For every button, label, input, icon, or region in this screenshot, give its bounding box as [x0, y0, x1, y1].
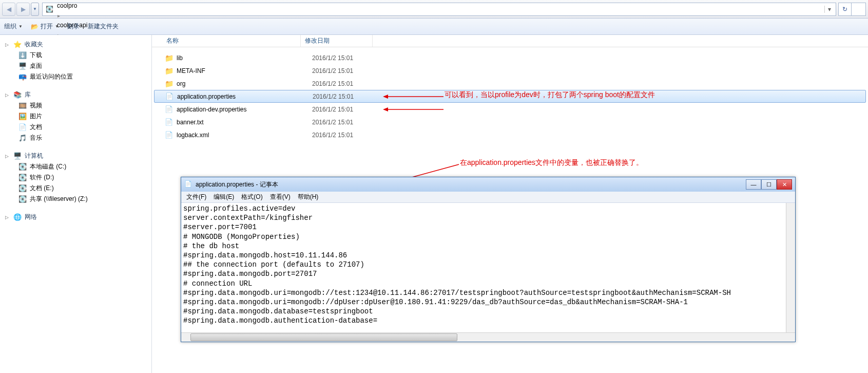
file-name: banner.txt	[177, 119, 312, 126]
sidebar-favorite-item[interactable]: 📪最近访问的位置	[0, 71, 151, 82]
network-header[interactable]: ▷🌐网络	[0, 212, 151, 222]
file-icon	[164, 130, 173, 140]
burn-button[interactable]: 刻录	[67, 22, 80, 31]
sidebar-item-icon: 📪	[18, 73, 27, 81]
sidebar-item-label: 本地磁盘 (C:)	[30, 162, 66, 171]
sidebar-item-icon: 💽	[18, 195, 27, 203]
file-icon	[165, 92, 174, 101]
file-icon	[164, 118, 173, 127]
sidebar-item-icon: 🖥️	[18, 62, 27, 70]
column-date[interactable]: 修改日期	[301, 35, 373, 47]
open-menu[interactable]: 📂 打开 ▼	[31, 22, 59, 31]
sidebar-item-icon: 🖼️	[18, 113, 27, 121]
annotation-text: 可以看到，当以profile为dev时，打包了两个spring boot的配置文…	[445, 90, 655, 100]
computer-header[interactable]: ▷🖥️计算机	[0, 151, 151, 161]
file-name: application.properties	[177, 93, 313, 100]
notepad-menubar: 文件(F) 编辑(E) 格式(O) 查看(V) 帮助(H)	[181, 192, 795, 203]
computer-icon: 🖥️	[13, 152, 22, 160]
folder-icon	[164, 79, 173, 88]
maximize-button[interactable]: ☐	[761, 179, 777, 190]
sidebar-item-label: 文档 (E:)	[30, 184, 54, 193]
file-row[interactable]: application-dev.properties2016/1/2 15:01	[152, 103, 868, 116]
sidebar-item-icon: 📄	[18, 123, 27, 132]
favorites-header[interactable]: ▷⭐收藏夹	[0, 39, 151, 50]
file-row[interactable]: lib2016/1/2 15:01	[152, 51, 868, 64]
sidebar-drive-item[interactable]: 💽软件 (D:)	[0, 172, 151, 183]
menu-view[interactable]: 查看(V)	[267, 192, 294, 202]
file-row[interactable]: org2016/1/2 15:01	[152, 77, 868, 90]
chevron-right-icon: ▸	[56, 13, 62, 18]
menu-help[interactable]: 帮助(H)	[295, 192, 322, 202]
notepad-icon: 📄	[184, 180, 192, 189]
close-button[interactable]: ✕	[777, 179, 792, 190]
search-box[interactable]	[852, 3, 866, 16]
file-row[interactable]: META-INF2016/1/2 15:01	[152, 64, 868, 77]
folder-icon	[164, 66, 173, 76]
menu-format[interactable]: 格式(O)	[238, 192, 265, 202]
sidebar-item-label: 桌面	[30, 62, 42, 70]
organize-menu[interactable]: 组织 ▼	[4, 22, 23, 31]
notepad-window: 📄 application.properties - 记事本 — ☐ ✕ 文件(…	[181, 177, 796, 342]
back-button[interactable]: ◀	[2, 3, 15, 16]
menu-file[interactable]: 文件(F)	[183, 192, 209, 202]
history-dropdown[interactable]: ▼	[31, 3, 39, 16]
sidebar-item-icon: 🎵	[18, 134, 27, 142]
sidebar-item-label: 视频	[30, 101, 42, 110]
sidebar-item-icon: 💽	[18, 184, 27, 193]
file-date: 2016/1/2 15:01	[312, 106, 353, 113]
notepad-textarea[interactable]: spring.profiles.active=dev server.contex…	[181, 203, 795, 332]
address-bar: ◀ ▶ ▼ 💽 计算机▸软件 (D:)▸eclipseworkspaceForb…	[0, 0, 868, 18]
sidebar-item-icon: 🎞️	[18, 102, 27, 110]
sidebar-drive-item[interactable]: 💽共享 (\\fileserver) (Z:)	[0, 194, 151, 204]
forward-button[interactable]: ▶	[16, 3, 30, 16]
open-icon: 📂	[31, 23, 38, 30]
column-headers: 名称 修改日期	[152, 35, 868, 47]
file-name: application-dev.properties	[177, 106, 312, 113]
sidebar-library-item[interactable]: 🖼️图片	[0, 111, 151, 122]
sidebar-library-item[interactable]: 📄文档	[0, 122, 151, 133]
file-row[interactable]: logback.xml2016/1/2 15:01	[152, 128, 868, 141]
file-date: 2016/1/2 15:01	[313, 93, 354, 100]
file-date: 2016/1/2 15:01	[312, 119, 353, 126]
file-icon	[164, 105, 173, 114]
file-name: META-INF	[177, 67, 312, 74]
notepad-titlebar[interactable]: 📄 application.properties - 记事本 — ☐ ✕	[181, 177, 795, 192]
navigation-pane: ▷⭐收藏夹 ⬇️下载🖥️桌面📪最近访问的位置 ▷📚库 🎞️视频🖼️图片📄文档🎵音…	[0, 35, 152, 373]
file-date: 2016/1/2 15:01	[312, 132, 353, 139]
sidebar-item-icon: 💽	[18, 163, 27, 171]
minimize-button[interactable]: —	[746, 179, 761, 190]
sidebar-item-label: 文档	[30, 123, 42, 132]
sidebar-library-item[interactable]: 🎞️视频	[0, 100, 151, 111]
sidebar-item-label: 最近访问的位置	[30, 72, 73, 81]
file-date: 2016/1/2 15:01	[312, 54, 353, 62]
annotation-text: 在application.properties文件中的变量，也被正确替换了。	[460, 158, 643, 167]
network-icon: 🌐	[13, 213, 22, 221]
libraries-header[interactable]: ▷📚库	[0, 89, 151, 100]
notepad-title: application.properties - 记事本	[196, 180, 746, 189]
library-icon: 📚	[13, 91, 22, 99]
folder-icon	[164, 53, 173, 63]
drive-icon: 💽	[45, 5, 54, 14]
sidebar-item-icon: 💽	[18, 174, 27, 182]
refresh-button[interactable]: ↻	[838, 3, 852, 16]
menu-edit[interactable]: 编辑(E)	[210, 192, 237, 202]
file-date: 2016/1/2 15:01	[312, 80, 353, 87]
sidebar-favorite-item[interactable]: 🖥️桌面	[0, 61, 151, 71]
sidebar-item-label: 软件 (D:)	[30, 173, 54, 182]
star-icon: ⭐	[13, 41, 22, 49]
path-dropdown[interactable]: ▾	[824, 6, 834, 13]
sidebar-drive-item[interactable]: 💽文档 (E:)	[0, 183, 151, 194]
sidebar-favorite-item[interactable]: ⬇️下载	[0, 50, 151, 61]
file-row[interactable]: banner.txt2016/1/2 15:01	[152, 116, 868, 128]
file-date: 2016/1/2 15:01	[312, 67, 353, 74]
sidebar-drive-item[interactable]: 💽本地磁盘 (C:)	[0, 161, 151, 172]
breadcrumb-segment[interactable]: coolpro	[56, 0, 155, 12]
breadcrumb-bar[interactable]: 💽 计算机▸软件 (D:)▸eclipseworkspaceForblog▸co…	[42, 3, 836, 16]
sidebar-library-item[interactable]: 🎵音乐	[0, 133, 151, 143]
scrollbar-vertical[interactable]	[786, 203, 795, 332]
scrollbar-horizontal[interactable]	[181, 332, 795, 342]
new-folder-button[interactable]: 新建文件夹	[88, 22, 119, 31]
sidebar-item-label: 下载	[30, 51, 42, 60]
sidebar-item-label: 图片	[30, 112, 42, 121]
column-name[interactable]: 名称	[152, 35, 301, 47]
